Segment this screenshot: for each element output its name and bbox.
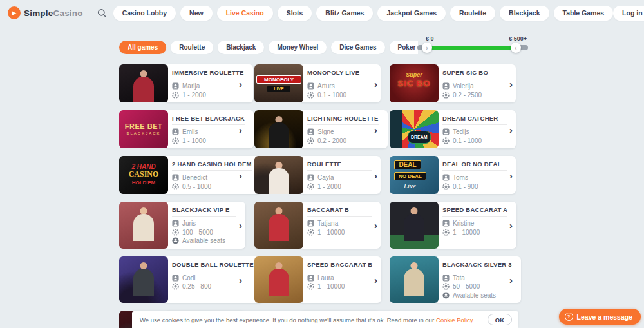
chevron-right-icon[interactable]: › [374, 79, 377, 88]
game-card-speed-baccarat-a[interactable]: SPEED BACCARAT AKristine1 - 10000› [390, 202, 516, 249]
game-card-super-sic-bo[interactable]: SuperSIC BOSUPER SIC BOValerija0.2 - 250… [390, 64, 516, 102]
game-card-immersive-roulette[interactable]: IMMERSIVE ROULETTEMarija1 - 2000› [119, 64, 245, 102]
chevron-right-icon[interactable]: › [239, 275, 242, 284]
filter-dice-games[interactable]: Dice Games [331, 41, 384, 54]
slider-handle-max[interactable]: ‹ [511, 43, 521, 53]
search-icon [97, 8, 107, 18]
game-dealer-name: Codi [182, 274, 196, 283]
leave-message-button[interactable]: ? Leave a message [559, 309, 641, 325]
game-dealer-name-row: Tedijs [442, 128, 507, 137]
chip-icon [172, 137, 179, 144]
filter-all-games[interactable]: All games [119, 41, 166, 54]
chevron-right-icon[interactable]: › [509, 79, 513, 88]
chevron-right-icon[interactable]: › [374, 275, 377, 284]
thumbnail-text: MONOPOLY [256, 75, 301, 84]
nav-item-new[interactable]: New [180, 6, 213, 21]
nav-item-blackjack[interactable]: Blackjack [500, 6, 549, 21]
game-card-blackjack-silver-3[interactable]: BLACKJACK SILVER 3Tata50 - 5000Available… [390, 256, 516, 304]
game-card-blackjack-vip-e[interactable]: BLACKJACK VIP EJuris100 - 5000Available … [119, 202, 245, 249]
game-card-lightning-roulette[interactable]: LIGHTNING ROULETTESigne0.2 - 2000› [254, 110, 381, 148]
game-bet-limits: 0.2 - 2000 [317, 137, 346, 146]
game-info-panel: SPEED BACCARAT BLaura1 - 10000 [299, 256, 381, 304]
game-card-roulette[interactable]: ROULETTECayla1 - 2000› [254, 156, 381, 194]
game-info-panel: SUPER SIC BOValerija0.2 - 2500 [435, 64, 516, 102]
game-thumbnail [390, 256, 439, 304]
nav-item-live-casino[interactable]: Live Casino [217, 6, 273, 21]
chevron-right-icon[interactable]: › [239, 79, 242, 88]
game-card-baccarat-b[interactable]: BACCARAT BTatjana1 - 10000› [254, 202, 381, 249]
game-card-speed-baccarat-b[interactable]: SPEED BACCARAT BLaura1 - 10000› [254, 256, 381, 304]
dealer-icon [172, 275, 179, 282]
dealer-icon [307, 128, 314, 135]
cookie-ok-button[interactable]: OK [488, 314, 512, 325]
game-info-panel: BACCARAT BTatjana1 - 10000 [299, 202, 381, 249]
brand-name-light: Casino [53, 8, 82, 18]
game-dealer-name-row: Marija [172, 82, 244, 91]
game-card-dream-catcher[interactable]: DREAMDREAM CATCHERTedijs0.1 - 1000› [390, 110, 516, 148]
game-card-double-ball-roulette[interactable]: DOUBLE BALL ROULETTECodi0.25 - 800› [119, 256, 245, 304]
dealer-figure-body [133, 77, 154, 102]
game-card-free-bet-blackjack[interactable]: FREE BETBLACKJACKFREE BET BLACKJACKEmils… [119, 110, 245, 148]
chevron-right-icon[interactable]: › [239, 170, 242, 180]
nav-item-casino-lobby[interactable]: Casino Lobby [113, 6, 176, 21]
chip-icon [307, 183, 314, 190]
chevron-right-icon[interactable]: › [509, 275, 513, 284]
dealer-figure-body [133, 214, 154, 241]
chevron-right-icon[interactable]: › [374, 124, 377, 134]
nav-item-table-games[interactable]: Table Games [554, 6, 614, 21]
filter-blackjack[interactable]: Blackjack [218, 41, 264, 54]
logo[interactable]: ▶ SimpleCasino [8, 6, 83, 19]
slider-handle-min[interactable]: › [422, 43, 432, 53]
dealer-icon [307, 220, 314, 227]
live-games-grid: IMMERSIVE ROULETTEMarija1 - 2000›MONOPOL… [119, 64, 516, 328]
game-thumbnail [119, 202, 168, 249]
chevron-right-icon[interactable]: › [509, 124, 513, 134]
game-bet-limits: 100 - 5000 [182, 228, 213, 237]
filter-roulette[interactable]: Roulette [171, 41, 213, 54]
game-thumbnail [254, 156, 303, 194]
chevron-right-icon[interactable]: › [374, 170, 377, 180]
dealer-figure-body [269, 168, 289, 194]
chevron-right-icon[interactable]: › [509, 170, 513, 180]
chevron-right-icon[interactable]: › [239, 220, 242, 230]
game-available-seats-row: Available seats [172, 236, 236, 246]
game-dealer-name-row: Arturs [307, 82, 372, 91]
chip-icon [172, 229, 179, 236]
chevron-right-icon[interactable]: › [509, 220, 513, 230]
cookie-policy-link[interactable]: Cookie Policy [436, 316, 473, 323]
nav-item-blitz-games[interactable]: Blitz Games [316, 6, 373, 21]
chip-icon [172, 283, 179, 290]
game-bet-limits-row: 0.1 - 1000 [442, 137, 507, 146]
game-thumbnail [390, 202, 439, 249]
chevron-right-icon[interactable]: › [239, 124, 242, 134]
dealer-figure-body [269, 269, 289, 296]
bet-max-label: € 500+ [509, 35, 527, 42]
nav-item-roulette[interactable]: Roulette [450, 6, 495, 21]
login-button[interactable]: Log in [613, 6, 644, 21]
nav-item-jackpot-games[interactable]: Jackpot Games [377, 6, 446, 21]
chip-icon [172, 183, 179, 190]
chevron-right-icon[interactable]: › [374, 220, 377, 230]
game-thumbnail [254, 202, 303, 249]
dealer-figure-body [269, 122, 289, 148]
bet-range-slider: € 0 € 500+ › ‹ [417, 35, 528, 56]
slider-track[interactable]: › ‹ [417, 45, 528, 50]
nav-item-slots[interactable]: Slots [278, 6, 312, 21]
dealer-icon [307, 174, 314, 181]
game-card-deal-or-no-deal[interactable]: DEALNO DEALLiveDEAL OR NO DEALToms0.1 - … [390, 156, 516, 194]
chip-icon [307, 283, 314, 290]
game-card-monopoly-live[interactable]: MONOPOLYLIVEMONOPOLY LIVEArturs0.1 - 100… [254, 64, 381, 102]
dealer-icon [172, 174, 179, 181]
game-title: SUPER SIC BO [442, 69, 507, 76]
filter-poker[interactable]: Poker [390, 41, 418, 54]
dealer-figure-body [404, 214, 424, 241]
search-button[interactable] [97, 5, 107, 21]
thumbnail-text: LIVE [267, 86, 290, 92]
game-card-2-hand-casino-holdem[interactable]: 2 HANDCASINOHOLD'EM2 HAND CASINO HOLDEMB… [119, 156, 245, 194]
game-thumbnail [119, 256, 168, 304]
game-title: ROULETTE [307, 160, 372, 168]
game-bet-limits: 0.2 - 2500 [453, 91, 482, 100]
game-bet-limits-row: 1 - 2000 [307, 182, 372, 191]
filter-money-wheel[interactable]: Money Wheel [269, 41, 327, 54]
game-title: DEAL OR NO DEAL [442, 160, 507, 168]
